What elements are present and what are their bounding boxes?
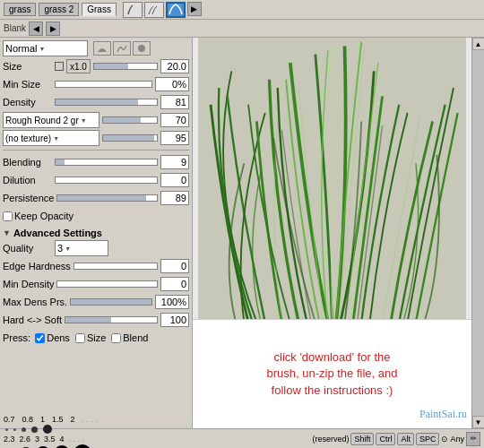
brush-icon-blank[interactable] (166, 2, 186, 18)
hard-soft-value[interactable]: 100 (160, 313, 189, 327)
shape-btn-1[interactable] (93, 41, 111, 56)
toolbar-label: Blank (4, 23, 26, 33)
size-slider[interactable] (93, 63, 158, 70)
scroll-down-btn[interactable]: ▼ (472, 416, 485, 428)
density-value[interactable]: 81 (160, 95, 189, 109)
keep-opacity-checkbox[interactable] (3, 211, 13, 221)
size-label: Size (3, 61, 52, 72)
instruction-line2: brush, un-zip the file, and (267, 366, 398, 382)
hard-soft-slider[interactable] (65, 316, 158, 323)
texture-value[interactable]: 95 (160, 131, 189, 145)
edge-hardness-slider[interactable] (73, 263, 158, 270)
min-density-label: Min Density (3, 279, 54, 289)
min-density-value[interactable]: 0 (160, 277, 189, 291)
edge-hardness-value[interactable]: 0 (160, 259, 189, 273)
press-blend-checkbox[interactable] (111, 333, 121, 343)
brush-icon-hair[interactable] (123, 2, 143, 18)
keep-opacity-row: Keep Opacity (3, 208, 189, 224)
blending-slider[interactable] (55, 159, 158, 166)
alt-key[interactable]: Alt (397, 433, 414, 445)
spc-key[interactable]: SPC (416, 433, 440, 445)
tab-grass[interactable]: grass (4, 3, 36, 16)
persistence-value[interactable]: 89 (160, 191, 189, 205)
size-link-icon[interactable] (55, 62, 64, 71)
blending-row: Blending 9 (3, 154, 189, 170)
tab-grass2[interactable]: grass 2 (39, 3, 79, 16)
edge-hardness-label: Edge Hardness (3, 261, 71, 271)
size-multiplier[interactable]: x1.0 (66, 59, 91, 73)
main-content: Normal Size x1.0 20.0 (0, 38, 484, 428)
shape-btn-2[interactable] (113, 41, 131, 56)
ctrl-key[interactable]: Ctrl (376, 433, 395, 445)
persistence-row: Persistence 89 (3, 190, 189, 206)
instruction-area: click 'download' for the brush, un-zip t… (193, 319, 471, 428)
dot-sm-1 (5, 428, 8, 431)
num-15: 1.5 (52, 415, 64, 424)
scroll-right-btn[interactable]: ▶ (187, 2, 202, 16)
bottom-right-btn[interactable]: ✏ (466, 432, 480, 446)
dilution-value[interactable]: 0 (160, 173, 189, 187)
min-density-slider[interactable] (56, 280, 158, 288)
num-35: 3.5 (44, 435, 56, 444)
dot-md (22, 427, 26, 432)
density-slider[interactable] (55, 99, 158, 106)
brush-shape-value[interactable]: 70 (160, 113, 189, 127)
brush-shape-select[interactable]: Rough Round 2 gr (3, 112, 99, 128)
persistence-slider[interactable] (56, 194, 158, 202)
min-density-row: Min Density 0 (3, 276, 189, 292)
press-label: Press: (3, 332, 30, 343)
min-size-value[interactable]: 0% (155, 77, 189, 91)
num-08: 0.8 (22, 415, 34, 424)
persistence-label: Persistence (3, 193, 54, 203)
quality-label: Quality (3, 243, 52, 254)
press-size-checkbox[interactable] (75, 333, 85, 343)
dilution-label: Dilution (3, 175, 52, 185)
edge-hardness-row: Edge Hardness 0 (3, 258, 189, 274)
press-blend-label[interactable]: Blend (111, 332, 148, 343)
quality-select[interactable]: 3 (55, 240, 108, 256)
brush-icon-hairb[interactable] (144, 2, 164, 18)
bottom-bar: 0.7 0.8 1 1.5 2 . . . . 2.3 2.6 3 3.5 4 … (0, 428, 484, 448)
tab-grass3[interactable]: Grass (82, 3, 117, 16)
advanced-settings-header[interactable]: ▼ Advanced Settings (3, 228, 189, 238)
density-row: Density 81 (3, 94, 189, 110)
texture-select[interactable]: (no texture) (3, 130, 99, 146)
blending-value[interactable]: 9 (160, 155, 189, 169)
any-label: ⊙ (441, 435, 448, 444)
shape-btn-3[interactable] (133, 41, 151, 56)
dot-xl (43, 425, 52, 434)
keep-opacity-label[interactable]: Keep Opacity (3, 211, 73, 221)
top-toolbar: grass grass 2 Grass ▶ (0, 0, 484, 20)
right-panel: click 'download' for the brush, un-zip t… (193, 38, 471, 428)
next-brush-btn[interactable]: ▶ (46, 22, 60, 36)
scroll-up-btn[interactable]: ▲ (472, 38, 485, 50)
blending-mode-row: Normal (3, 40, 189, 56)
dilution-slider[interactable] (55, 177, 158, 184)
hard-soft-row: Hard <-> Soft 100 (3, 312, 189, 328)
min-size-label: Min Size (3, 79, 52, 90)
max-dens-prs-slider[interactable] (70, 298, 152, 306)
prev-brush-btn[interactable]: ◀ (29, 22, 43, 36)
size-value[interactable]: 20.0 (160, 59, 189, 73)
press-dens-checkbox[interactable] (35, 333, 45, 343)
divider-1 (3, 150, 189, 151)
right-scrollbar: ▲ ▼ (471, 38, 484, 428)
press-dens-label[interactable]: Dens (35, 332, 70, 343)
second-toolbar: Blank ◀ ▶ (0, 20, 484, 38)
press-size-label[interactable]: Size (75, 332, 106, 343)
instruction-line3: follow the instructions :) (267, 383, 398, 399)
hard-soft-label: Hard <-> Soft (3, 314, 62, 325)
max-dens-prs-value[interactable]: 100% (155, 295, 189, 309)
blending-label: Blending (3, 157, 52, 168)
copyright-text: (reserved) (312, 435, 349, 444)
min-size-slider[interactable] (55, 81, 152, 88)
quality-row: Quality 3 (3, 240, 189, 256)
blending-mode-select[interactable]: Normal (3, 40, 88, 56)
dots-2: . . . . (69, 435, 85, 444)
min-size-row: Min Size 0% (3, 76, 189, 92)
num-2: 2 (71, 415, 75, 424)
brush-shape-slider[interactable] (102, 116, 158, 124)
density-label: Density (3, 97, 52, 108)
shift-key[interactable]: Shift (350, 433, 374, 445)
texture-slider[interactable] (102, 134, 158, 142)
